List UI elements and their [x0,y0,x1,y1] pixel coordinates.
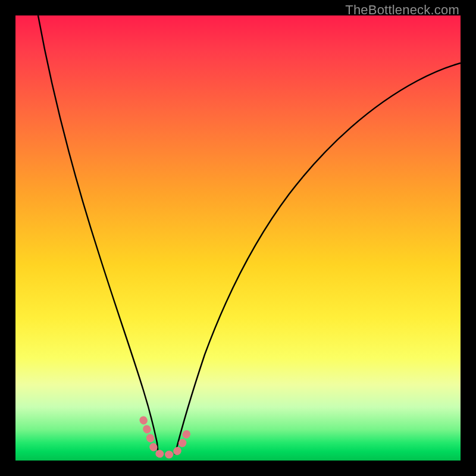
chart-image: TheBottleneck.com [0,0,476,476]
left-curve [38,15,158,455]
watermark-text: TheBottleneck.com [345,2,459,18]
highlight-band [143,420,188,455]
right-curve [175,63,461,455]
plot-area [15,15,461,461]
curve-overlay [15,15,461,461]
